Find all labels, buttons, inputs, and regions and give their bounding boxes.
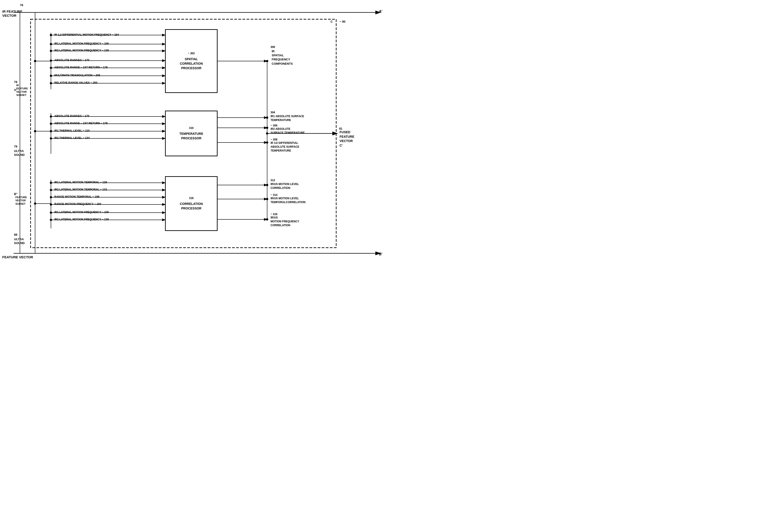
ref-312: 312 [271,179,275,182]
input-abs-range-1st-2: ABSOLUTE RANGE – 1ST RETURN ~ 178 [54,122,107,125]
ref-79: 79 [14,145,17,148]
svg-point-64 [266,116,268,119]
diagram: 76 IR FEATURE VECTOR A' FEATURE VECTOR B… [0,0,384,266]
ultra-sound-1: ULTRASOUND [14,149,25,157]
vector-label: VECTOR [2,14,16,17]
ref-a-prime: A' [379,9,382,14]
svg-point-48 [34,60,36,62]
fused-feature-vector: FUSEDFEATUREVECTORC' [340,130,354,148]
svg-point-43 [50,203,52,206]
input-ir1-thermal: IR1 THERMAL LEVEL ~ 110 [54,129,90,132]
ref-a-double-prime: A" [14,88,18,92]
ref-316: ~ 316 [271,213,277,216]
output-306: IR2 ABSOLUTESURFACE TEMPERATURE [271,127,305,135]
input-abs-ranges-2: ABSOLUTE RANGES ~ 170 [54,114,89,118]
ref-78: 78 [14,80,17,84]
input-ir12-diff: IR 1,2 DIFFERENTIAL MOTION FREQUENCY ~ 1… [54,33,119,36]
svg-point-65 [266,127,268,129]
output-300: 300 [271,45,275,49]
svg-point-20 [50,59,52,62]
input-abs-ranges-1: ABSOLUTE RANGES ~ 170 [54,59,89,62]
svg-point-31 [50,130,52,132]
ultra-sound-2: ULTRASOUND [14,237,25,245]
svg-point-17 [50,34,52,36]
input-ir1-lat-freq-2: IR1 LATERAL MOTION FREQUENCY ~ 106 [54,211,109,214]
svg-point-18 [50,43,52,45]
output-314: IR/US MOTION LEVELTEMPORALCORRELATION [271,197,305,204]
ref-304: 304 [271,111,275,114]
svg-point-32 [50,137,52,140]
output-ir-spatial: IRSPATIALFREQUENCYCOMPONENTS [272,49,293,66]
ir-feature-vector-subset: IRFEATUREVECTORSUBSET [16,84,28,97]
svg-point-57 [266,141,268,144]
svg-point-69 [266,132,268,135]
ref-88: 88 [14,233,17,236]
svg-point-21 [50,67,52,69]
ref-c: C [331,20,333,23]
output-304: IR1 ABSOLUTE SURFACETEMPERATURE [271,114,304,122]
spatial-ref: ~ 302 [180,52,203,55]
input-multipath: MULTIPATH TRIANGULATION ~ 208 [54,74,100,77]
temperature-processor-label: TEMPERATUREPROCESSOR [179,132,203,140]
svg-point-44 [50,211,52,214]
svg-point-45 [50,219,52,221]
svg-point-29 [50,115,52,118]
input-range-motion-temp: RANGE MOTION TEMPORAL ~ 188 [54,195,99,198]
spatial-processor-box: ~ 302 SPATIALCORRELATIONPROCESSOR [165,29,217,93]
input-ir1-lat-temp: IR1 LATERAL MOTION TEMPORAL ~ 128 [54,181,107,184]
temp-ref: 310 [179,126,203,130]
svg-point-41 [50,189,52,191]
ir-feature-label: IR FEATURE [2,9,22,13]
svg-point-40 [50,182,52,184]
input-range-motion-freq: RANGE MOTION FREQUENCY ~ 194 [54,202,101,206]
input-ir2-lateral-freq: IR2 LATERAL MOTION FREQUENCY ~ 138 [54,49,109,52]
svg-point-42 [50,196,52,198]
ref-80: ~ 80 [340,20,346,23]
svg-point-67 [266,198,268,200]
svg-point-22 [50,75,52,77]
input-ir2-thermal: IR2 THERMAL LEVEL ~ 134 [54,136,90,140]
ref-308: ~ 308 [271,138,277,141]
ref-306: ~ 306 [271,124,277,127]
svg-point-68 [266,218,268,221]
input-ir2-lat-freq-2: IR2 LATERAL MOTION FREQUENCY ~ 138 [54,218,109,221]
temperature-processor-box: 310 TEMPERATUREPROCESSOR [165,111,217,156]
svg-point-19 [50,50,52,52]
ref-b-double-prime: B" [14,192,18,196]
correlation-processor-label: CORRELATIONPROCESSOR [180,202,203,211]
ref-76: 76 [20,3,23,7]
svg-point-30 [50,123,52,125]
input-ir2-lat-temp: IR2 LATERAL MOTION TEMPORAL ~ 132 [54,188,107,191]
spatial-processor-label: SPATIALCORRELATIONPROCESSOR [180,57,203,70]
svg-point-50 [34,130,36,132]
output-316: IR/USMOTION FREQUENCYCORRELATION [271,216,299,227]
corr-ref: 318 [180,197,203,200]
feature-vector-label: FEATURE VECTOR [2,255,33,259]
svg-point-23 [50,82,52,84]
input-abs-range-1st: ABSOLUTE RANGE – 1ST RETURN ~ 178 [54,66,107,69]
svg-point-63 [266,60,268,62]
svg-point-52 [34,202,36,205]
input-rel-range: RELATIVE RANGE VALUES ~ 200 [54,81,97,84]
input-ir1-lateral-freq: IR1 LATERAL MOTION FREQUENCY ~ 106 [54,42,109,45]
output-312: IR/US MOTION LEVELCORRELATION [271,182,299,190]
correlation-processor-box: 318 CORRELATIONPROCESSOR [165,176,217,231]
output-308: IR 1/2 DIFFERENTIALABSOLUTE SURFACETEMPE… [271,141,299,152]
ref-314: ~ 314 [271,193,277,197]
ref-b-prime: B' [379,252,382,256]
svg-point-66 [266,184,268,186]
feature-vector-subset: FEATUREVECTORSUBSET [15,196,27,205]
